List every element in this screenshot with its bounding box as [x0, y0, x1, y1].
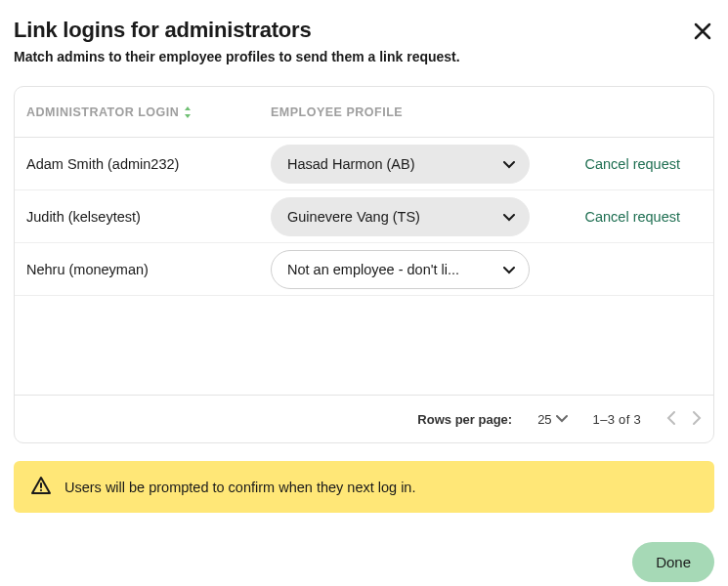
column-header-admin-login-label: ADMINISTRATOR LOGIN [26, 105, 179, 119]
employee-profile-select[interactable]: Hasad Harmon (AB) [271, 145, 530, 184]
employee-profile-select[interactable]: Guinevere Vang (TS) [271, 197, 530, 236]
chevron-right-icon [693, 411, 702, 425]
employee-profile-select[interactable]: Not an employee - don't li... [271, 250, 530, 289]
table-empty-space [15, 296, 713, 396]
employee-profile-value: Hasad Harmon (AB) [287, 156, 415, 172]
page-title: Link logins for administrators [14, 18, 311, 43]
chevron-down-icon [556, 415, 568, 423]
warning-text: Users will be prompted to confirm when t… [64, 480, 415, 495]
chevron-down-icon [503, 262, 515, 277]
warning-banner: Users will be prompted to confirm when t… [14, 461, 714, 513]
column-header-employee-profile[interactable]: EMPLOYEE PROFILE [271, 105, 544, 119]
rows-per-page-value: 25 [537, 412, 551, 427]
column-header-admin-login[interactable]: ADMINISTRATOR LOGIN [26, 105, 271, 119]
cancel-request-link[interactable]: Cancel request [584, 209, 680, 225]
rows-per-page-select[interactable]: 25 [537, 412, 567, 427]
close-button[interactable] [691, 20, 714, 43]
warning-icon [31, 477, 51, 497]
rows-per-page-label: Rows per page: [417, 412, 512, 427]
admin-login-cell: Nehru (moneyman) [26, 262, 271, 277]
done-button[interactable]: Done [632, 542, 714, 582]
svg-point-1 [40, 489, 42, 491]
footer: Done [14, 542, 714, 582]
chevron-down-icon [503, 156, 515, 172]
prev-page-button[interactable] [666, 411, 675, 428]
employee-profile-value: Not an employee - don't li... [287, 262, 459, 277]
employee-profile-value: Guinevere Vang (TS) [287, 209, 420, 225]
cancel-request-link[interactable]: Cancel request [584, 156, 680, 172]
table-row: Judith (kelseytest) Guinevere Vang (TS) … [15, 190, 713, 243]
close-icon [694, 22, 711, 40]
next-page-button[interactable] [693, 411, 702, 428]
table-pagination: Rows per page: 25 1–3 of 3 [15, 396, 713, 442]
link-logins-table: ADMINISTRATOR LOGIN EMPLOYEE PROFILE Ada… [14, 86, 714, 443]
chevron-down-icon [503, 209, 515, 225]
table-row: Adam Smith (admin232) Hasad Harmon (AB) … [15, 138, 713, 190]
sort-icon [183, 105, 193, 119]
table-row: Nehru (moneyman) Not an employee - don't… [15, 243, 713, 296]
chevron-left-icon [666, 411, 675, 425]
pagination-range: 1–3 of 3 [593, 412, 641, 427]
admin-login-cell: Judith (kelseytest) [26, 209, 271, 225]
admin-login-cell: Adam Smith (admin232) [26, 156, 271, 172]
page-subtitle: Match admins to their employee profiles … [14, 49, 714, 64]
table-header: ADMINISTRATOR LOGIN EMPLOYEE PROFILE [15, 87, 713, 138]
